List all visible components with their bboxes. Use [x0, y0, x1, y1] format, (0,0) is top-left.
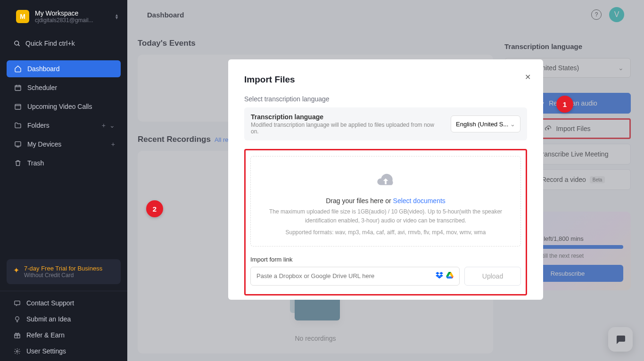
svg-point-5	[15, 316, 19, 320]
plus-icon[interactable]: +	[111, 140, 115, 148]
nav-trash[interactable]: Trash	[7, 155, 121, 172]
nav-label: Dashboard	[27, 65, 60, 73]
contact-support[interactable]: Contact Support	[0, 295, 127, 311]
folder-icon	[14, 122, 22, 129]
svg-rect-1	[15, 85, 21, 90]
svg-point-7	[16, 350, 18, 352]
modal-lang-title: Transcription language	[251, 113, 443, 121]
google-drive-icon[interactable]	[446, 272, 454, 280]
import-link-label: Import form link	[250, 256, 521, 263]
svg-rect-2	[15, 104, 21, 109]
svg-rect-4	[14, 301, 19, 304]
chevron-down-icon: ⌄	[510, 121, 515, 128]
quickfind-label: Quick Find ctrl+k	[25, 40, 75, 47]
home-icon	[14, 65, 22, 73]
main-region: Dashboard ? V Today's Events Recent Reco…	[127, 0, 644, 361]
nav-label: Trash	[27, 159, 44, 167]
cloud-upload-icon	[375, 172, 396, 189]
workspace-avatar: M	[16, 10, 29, 23]
import-files-modal: Import Files ✕ Select transcription lang…	[228, 59, 543, 300]
modal-overlay: Import Files ✕ Select transcription lang…	[127, 0, 644, 361]
upload-note-1: The maximum uploaded file size is 1GB(au…	[259, 207, 512, 225]
trial-card[interactable]: ✦ 7-day Free Trial for Business Without …	[7, 259, 121, 284]
upload-region-highlight: Drag your files here or Select documents…	[244, 149, 527, 295]
drop-zone[interactable]: Drag your files here or Select documents…	[250, 156, 521, 246]
calendar-clock-icon	[14, 103, 22, 110]
close-icon[interactable]: ✕	[525, 73, 531, 82]
submit-idea[interactable]: Submit an Idea	[0, 311, 127, 327]
trial-title: 7-day Free Trial for Business	[24, 265, 102, 272]
chat-icon	[13, 299, 21, 307]
gift-icon	[13, 331, 21, 339]
upload-button[interactable]: Upload	[464, 267, 521, 286]
dropbox-icon[interactable]	[436, 272, 443, 280]
bulb-icon	[13, 315, 21, 323]
select-documents-link[interactable]: Select documents	[393, 197, 446, 205]
svg-point-0	[14, 41, 18, 45]
label: Contact Support	[26, 299, 74, 307]
trash-icon	[14, 159, 22, 167]
tutorial-badge-1: 1	[556, 96, 573, 113]
nav-label: Folders	[27, 122, 50, 129]
chevron-down-icon[interactable]: ⌄	[109, 122, 115, 129]
workspace-switcher[interactable]: M My Workspace cjdigitals2831@gmail... ▴…	[0, 0, 127, 31]
devices-icon	[14, 140, 22, 148]
modal-lang-sub: Modified transcription language will be …	[251, 122, 443, 135]
link-input[interactable]	[256, 272, 436, 279]
calendar-icon	[14, 84, 22, 91]
modal-lang-value: English (United S...	[456, 121, 508, 128]
nav-scheduler[interactable]: Scheduler	[7, 79, 121, 96]
tutorial-badge-2: 2	[146, 200, 163, 217]
link-input-wrap	[250, 267, 460, 286]
modal-language-select[interactable]: English (United S... ⌄	[451, 115, 520, 132]
label: Refer & Earn	[26, 331, 65, 339]
label: Submit an Idea	[26, 315, 71, 323]
modal-subtitle: Select transcription language	[244, 95, 527, 103]
modal-title: Import Files	[244, 74, 527, 85]
nav-label: Upcoming Video Calls	[27, 103, 92, 110]
nav-folders[interactable]: Folders + ⌄	[7, 117, 121, 134]
trial-subtitle: Without Credit Card	[24, 272, 102, 279]
sidebar: M My Workspace cjdigitals2831@gmail... ▴…	[0, 0, 127, 361]
user-settings[interactable]: User Settings	[0, 343, 127, 359]
gear-icon	[13, 347, 21, 355]
svg-rect-3	[15, 142, 21, 146]
label: User Settings	[26, 347, 66, 355]
nav-upcoming[interactable]: Upcoming Video Calls	[7, 98, 121, 115]
chevron-updown-icon: ▴▾	[116, 14, 118, 19]
sparkle-icon: ✦	[13, 266, 19, 275]
nav-devices[interactable]: My Devices +	[7, 136, 121, 153]
drag-text: Drag your files here or	[326, 197, 393, 205]
workspace-email: cjdigitals2831@gmail...	[35, 17, 93, 24]
plus-icon[interactable]: +	[102, 122, 106, 129]
nav-dashboard[interactable]: Dashboard	[7, 60, 121, 77]
modal-language-row: Transcription language Modified transcri…	[244, 107, 527, 140]
refer-earn[interactable]: Refer & Earn	[0, 327, 127, 343]
bottom-nav: Contact Support Submit an Idea Refer & E…	[0, 291, 127, 361]
nav-label: My Devices	[27, 140, 61, 148]
search-icon	[13, 40, 21, 47]
upload-note-2: Supported formats: wav, mp3, m4a, caf, a…	[259, 228, 512, 237]
nav-label: Scheduler	[27, 84, 57, 91]
quick-find[interactable]: Quick Find ctrl+k	[0, 35, 127, 52]
workspace-name: My Workspace	[35, 9, 93, 17]
